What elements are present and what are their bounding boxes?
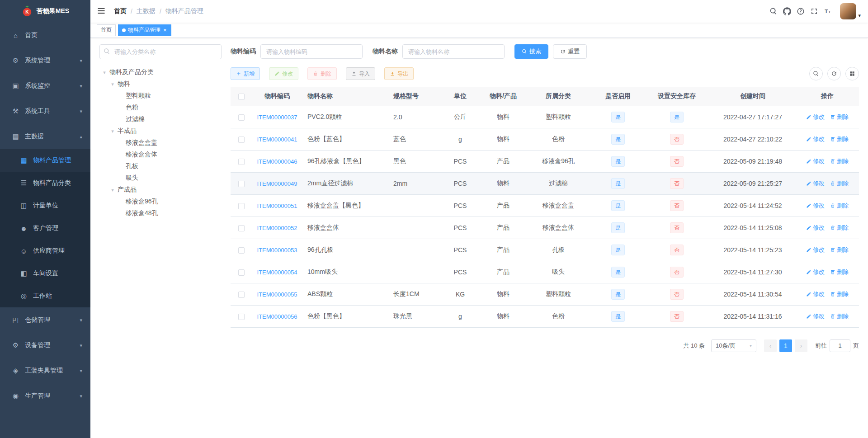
sidebar-item-master-data[interactable]: ▤主数据▴: [0, 124, 90, 149]
next-page-button[interactable]: ›: [795, 339, 807, 352]
sidebar-item-home[interactable]: ⌂首页: [0, 23, 90, 48]
sidebar-item-fixture-management[interactable]: ◈工装夹具管理▾: [0, 358, 90, 383]
delete-button[interactable]: 删除: [307, 67, 337, 80]
tree-node[interactable]: ▾色粉: [99, 102, 222, 113]
row-checkbox[interactable]: [238, 203, 245, 209]
tree-node[interactable]: ▾产成品: [99, 184, 222, 196]
search-button[interactable]: 搜索: [514, 44, 548, 59]
material-code-input[interactable]: [260, 44, 363, 59]
tree-node[interactable]: ▾移液盒96孔: [99, 196, 222, 207]
import-button[interactable]: 导入: [346, 67, 375, 80]
tree-node[interactable]: ▾塑料颗粒: [99, 90, 222, 102]
sidebar-item-system-management[interactable]: ⚙系统管理▾: [0, 48, 90, 73]
toggle-search-button[interactable]: [809, 67, 823, 80]
edit-row-link[interactable]: 修改: [806, 202, 825, 210]
search-icon[interactable]: [767, 3, 780, 19]
tree-node[interactable]: ▾移液盒48孔: [99, 207, 222, 219]
delete-row-link[interactable]: 删除: [830, 202, 849, 210]
question-icon[interactable]: [794, 3, 807, 19]
caret-down-icon[interactable]: ▾: [99, 70, 109, 75]
tree-node[interactable]: ▾移液盒盒盖: [99, 137, 222, 149]
row-checkbox[interactable]: [238, 137, 245, 143]
delete-row-link[interactable]: 删除: [830, 224, 849, 232]
material-code-link[interactable]: ITEM00000037: [257, 114, 297, 121]
delete-row-link[interactable]: 删除: [830, 290, 849, 298]
sidebar-item-customer-management[interactable]: ☻客户管理: [0, 217, 90, 240]
caret-down-icon[interactable]: ▾: [108, 81, 118, 87]
tree-node[interactable]: ▾孔板: [99, 160, 222, 172]
github-icon[interactable]: [780, 3, 794, 19]
delete-row-link[interactable]: 删除: [830, 113, 849, 121]
edit-button[interactable]: 修改: [269, 67, 298, 80]
tree-node[interactable]: ▾物料及产品分类: [99, 66, 222, 78]
material-code-link[interactable]: ITEM00000056: [257, 313, 297, 320]
sidebar-item-equipment-management[interactable]: ⚙设备管理▾: [0, 333, 90, 358]
delete-row-link[interactable]: 删除: [830, 179, 849, 188]
edit-row-link[interactable]: 修改: [806, 246, 825, 254]
material-code-link[interactable]: ITEM00000052: [257, 225, 297, 231]
material-code-link[interactable]: ITEM00000054: [257, 269, 297, 276]
export-button[interactable]: 导出: [384, 67, 414, 80]
caret-down-icon[interactable]: ▾: [108, 187, 118, 193]
row-checkbox[interactable]: [238, 181, 245, 187]
refresh-table-button[interactable]: [827, 67, 841, 80]
delete-row-link[interactable]: 删除: [830, 312, 849, 320]
user-menu[interactable]: ▾: [840, 3, 861, 19]
edit-row-link[interactable]: 修改: [806, 268, 825, 276]
material-code-link[interactable]: ITEM00000051: [257, 203, 297, 209]
row-checkbox[interactable]: [238, 292, 245, 298]
material-code-link[interactable]: ITEM00000041: [257, 136, 297, 143]
tree-node[interactable]: ▾过滤棉: [99, 113, 222, 125]
delete-row-link[interactable]: 删除: [830, 135, 849, 143]
delete-row-link[interactable]: 删除: [830, 268, 849, 276]
tags-view-tab[interactable]: 物料产品管理×: [118, 24, 171, 36]
sidebar-item-production-management[interactable]: ◉生产管理▾: [0, 383, 90, 409]
tree-node[interactable]: ▾半成品: [99, 125, 222, 137]
prev-page-button[interactable]: ‹: [764, 339, 777, 352]
material-code-link[interactable]: ITEM00000053: [257, 247, 297, 254]
tab-close-icon[interactable]: ×: [163, 27, 167, 33]
edit-row-link[interactable]: 修改: [806, 135, 825, 143]
sidebar-item-material-product-category[interactable]: ☰物料产品分类: [0, 172, 90, 194]
add-button[interactable]: 新增: [231, 67, 260, 80]
material-code-link[interactable]: ITEM00000046: [257, 158, 297, 165]
sidebar-item-workshop-settings[interactable]: ◧车间设置: [0, 262, 90, 285]
fontsize-icon[interactable]: TT: [821, 3, 835, 19]
material-name-input[interactable]: [402, 44, 505, 59]
sidebar-item-workstation[interactable]: ◎工作站: [0, 285, 90, 307]
edit-row-link[interactable]: 修改: [806, 224, 825, 232]
goto-page-input[interactable]: [830, 339, 850, 352]
edit-row-link[interactable]: 修改: [806, 113, 825, 121]
breadcrumb-item[interactable]: 首页: [114, 7, 127, 15]
edit-row-link[interactable]: 修改: [806, 179, 825, 188]
sidebar-item-warehouse-management[interactable]: ◰仓储管理▾: [0, 307, 90, 333]
delete-row-link[interactable]: 删除: [830, 157, 849, 165]
row-checkbox[interactable]: [238, 225, 245, 231]
row-checkbox[interactable]: [238, 314, 245, 320]
tags-view-tab[interactable]: 首页: [97, 24, 116, 36]
row-checkbox[interactable]: [238, 159, 245, 165]
material-code-link[interactable]: ITEM00000055: [257, 291, 297, 298]
tree-node[interactable]: ▾物料: [99, 78, 222, 90]
edit-row-link[interactable]: 修改: [806, 157, 825, 165]
column-settings-button[interactable]: [845, 67, 859, 80]
app-logo[interactable]: K 苦糖果MES: [0, 0, 90, 23]
edit-row-link[interactable]: 修改: [806, 312, 825, 320]
delete-row-link[interactable]: 删除: [830, 246, 849, 254]
row-checkbox[interactable]: [238, 269, 245, 276]
row-checkbox[interactable]: [238, 247, 245, 254]
sidebar-item-supplier-management[interactable]: ☺供应商管理: [0, 240, 90, 262]
tree-node[interactable]: ▾吸头: [99, 172, 222, 184]
reset-button[interactable]: 重置: [553, 44, 587, 59]
fullscreen-icon[interactable]: [807, 3, 821, 19]
sidebar-item-system-monitor[interactable]: ▣系统监控▾: [0, 73, 90, 99]
page-size-select[interactable]: 10条/页 ▾: [711, 339, 756, 352]
category-search-input[interactable]: [99, 44, 222, 59]
material-code-link[interactable]: ITEM00000049: [257, 180, 297, 187]
sidebar-item-measurement-unit[interactable]: ◫计量单位: [0, 194, 90, 217]
hamburger-icon[interactable]: [97, 6, 107, 16]
sidebar-item-material-product-management[interactable]: ▦物料产品管理: [0, 149, 90, 172]
edit-row-link[interactable]: 修改: [806, 290, 825, 298]
row-checkbox[interactable]: [238, 114, 245, 121]
page-1-button[interactable]: 1: [779, 339, 792, 352]
